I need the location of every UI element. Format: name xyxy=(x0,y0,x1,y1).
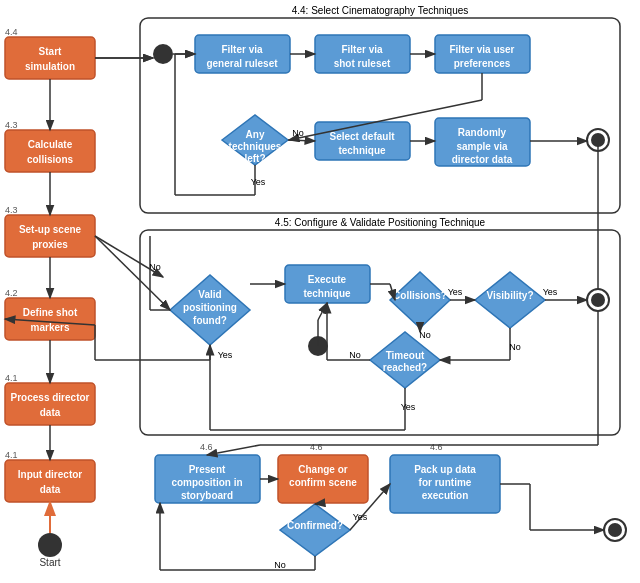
arrow-setup-to-45 xyxy=(95,236,163,277)
label-46b: 4.6 xyxy=(310,442,323,452)
label-43b: 4.3 xyxy=(5,205,18,215)
input-dir-label2: data xyxy=(40,484,61,495)
timeout-label2: reached? xyxy=(383,362,427,373)
collisions-label: Collisions? xyxy=(393,290,447,301)
process-dir-node xyxy=(5,383,95,425)
change-confirm-label2: confirm scene xyxy=(289,477,357,488)
execute-tech-label: Execute xyxy=(308,274,347,285)
arrow-45end-present xyxy=(207,445,260,455)
label-yes-confirmed: Yes xyxy=(353,512,368,522)
start-label: Start xyxy=(39,557,60,568)
label-no-timeout: No xyxy=(349,350,361,360)
label-yes-anytech: Yes xyxy=(251,177,266,187)
filter-shot-label2: shot ruleset xyxy=(334,58,391,69)
randomly-sample-label: Randomly xyxy=(458,127,507,138)
any-techniques-label3: left? xyxy=(244,153,265,164)
filter-general-label2: general ruleset xyxy=(206,58,278,69)
label-no-anytech: No xyxy=(292,128,304,138)
label-yes-validpos: Yes xyxy=(218,350,233,360)
label-46c: 4.6 xyxy=(430,442,443,452)
setup-scene-node xyxy=(5,215,95,257)
change-confirm-label: Change or xyxy=(298,464,348,475)
filter-user-label: Filter via user xyxy=(449,44,514,55)
start-circle xyxy=(38,533,62,557)
filter-user-label2: preferences xyxy=(454,58,511,69)
visibility-label: Visibility? xyxy=(486,290,533,301)
label-42: 4.2 xyxy=(5,288,18,298)
filter-shot-label: Filter via xyxy=(341,44,383,55)
pack-up-label3: execution xyxy=(422,490,469,501)
arrow-45init-exec xyxy=(318,303,327,320)
valid-pos-label: Valid xyxy=(198,289,221,300)
define-shot-label: Define shot xyxy=(23,307,78,318)
section-45-label: 4.5: Configure & Validate Positioning Te… xyxy=(275,217,486,228)
define-shot-node xyxy=(5,298,95,340)
arrow-setup-validpos xyxy=(95,236,170,310)
label-43a: 4.3 xyxy=(5,120,18,130)
select-default-label2: technique xyxy=(338,145,386,156)
label-no-col: No xyxy=(419,330,431,340)
start-simulation-label2: simulation xyxy=(25,61,75,72)
present-comp-label3: storyboard xyxy=(181,490,233,501)
any-techniques-label2: techniques xyxy=(229,141,282,152)
present-comp-label2: composition in xyxy=(171,477,242,488)
setup-scene-label2: proxies xyxy=(32,239,68,250)
input-dir-node xyxy=(5,460,95,502)
arrow-change-confirmed xyxy=(315,503,323,504)
label-44: 4.4 xyxy=(5,27,18,37)
randomly-sample-label3: director data xyxy=(452,154,513,165)
randomly-sample-label2: sample via xyxy=(456,141,508,152)
timeout-label: Timeout xyxy=(386,350,425,361)
section-44-label: 4.4: Select Cinematography Techniques xyxy=(292,5,469,16)
filter-general-label: Filter via xyxy=(221,44,263,55)
label-41b: 4.1 xyxy=(5,450,18,460)
arrow-anytech-no xyxy=(288,140,315,141)
select-default-label: Select default xyxy=(329,131,395,142)
process-dir-label: Process director xyxy=(11,392,90,403)
diagram-canvas: 4.4: Select Cinematography Techniques 4.… xyxy=(0,0,640,583)
label-46a: 4.6 xyxy=(200,442,213,452)
valid-pos-label3: found? xyxy=(193,315,227,326)
section45-end-inner xyxy=(591,293,605,307)
any-techniques-label: Any xyxy=(246,129,265,140)
label-yes-vis: Yes xyxy=(543,287,558,297)
final-end-inner xyxy=(608,523,622,537)
start-simulation-node xyxy=(5,37,95,79)
pack-up-label: Pack up data xyxy=(414,464,476,475)
present-comp-label: Present xyxy=(189,464,226,475)
label-41a: 4.1 xyxy=(5,373,18,383)
section44-start-circle xyxy=(153,44,173,64)
input-dir-label: Input director xyxy=(18,469,83,480)
confirmed-label: Confirmed? xyxy=(287,520,343,531)
calculate-collisions-node xyxy=(5,130,95,172)
calculate-collisions-label: Calculate xyxy=(28,139,73,150)
setup-scene-label: Set-up scene xyxy=(19,224,82,235)
label-yes-col: Yes xyxy=(448,287,463,297)
process-dir-label2: data xyxy=(40,407,61,418)
label-no-confirmed: No xyxy=(274,560,286,570)
execute-tech-label2: technique xyxy=(303,288,351,299)
calculate-collisions-label2: collisions xyxy=(27,154,74,165)
label-yes-timeout: Yes xyxy=(401,402,416,412)
valid-pos-label2: positioning xyxy=(183,302,237,313)
label-no-vis: No xyxy=(509,342,521,352)
start-simulation-label: Start xyxy=(39,46,62,57)
pack-up-label2: for runtime xyxy=(419,477,472,488)
